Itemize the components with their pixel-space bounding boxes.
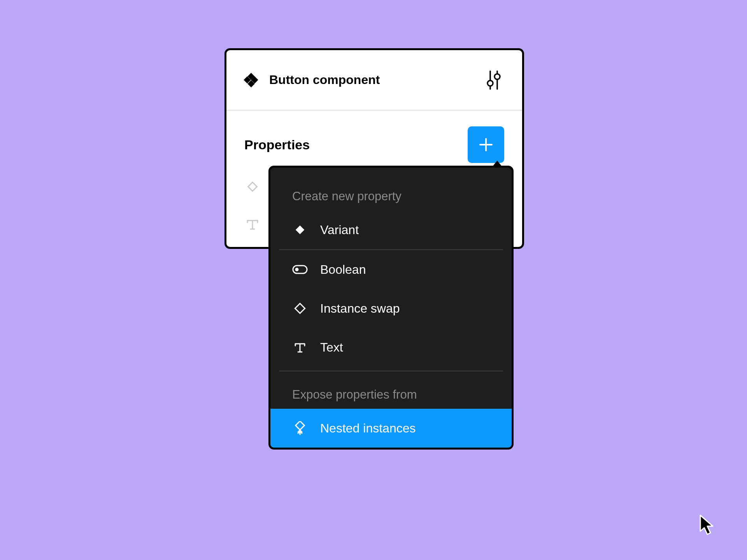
svg-point-3 [494,74,500,79]
menu-item-variant[interactable]: Variant [270,210,512,249]
menu-item-label: Boolean [320,262,366,277]
svg-rect-10 [295,303,305,313]
nested-instances-icon [292,420,308,436]
diamond-icon [244,178,261,195]
dropdown-section-label: Create new property [270,172,512,203]
svg-rect-7 [296,226,305,234]
instance-swap-icon [292,301,308,316]
menu-item-label: Nested instances [320,421,416,436]
menu-item-text[interactable]: Text [270,328,512,367]
menu-item-instance-swap[interactable]: Instance swap [270,289,512,328]
variant-icon [292,222,308,238]
component-set-icon [244,74,258,87]
boolean-icon [292,262,308,277]
svg-point-9 [295,268,299,271]
text-icon [292,340,308,355]
menu-item-label: Variant [320,223,359,237]
panel-header: Button component [226,50,522,111]
menu-item-nested-instances[interactable]: Nested instances [270,409,512,448]
adjust-sliders-icon[interactable] [485,70,503,90]
add-property-dropdown: Create new property Variant Boolean [268,166,514,450]
menu-item-label: Instance swap [320,301,400,316]
svg-rect-11 [296,421,305,430]
mouse-cursor-icon [699,514,716,538]
add-property-button[interactable] [468,126,504,163]
svg-rect-6 [248,182,257,191]
menu-item-label: Text [320,340,343,355]
dropdown-section-label: Expose properties from [270,371,512,402]
panel-title: Button component [269,73,380,87]
text-icon [244,216,261,232]
svg-point-2 [487,80,493,86]
properties-heading: Properties [244,137,310,152]
svg-rect-8 [293,266,307,273]
menu-item-boolean[interactable]: Boolean [270,250,512,289]
